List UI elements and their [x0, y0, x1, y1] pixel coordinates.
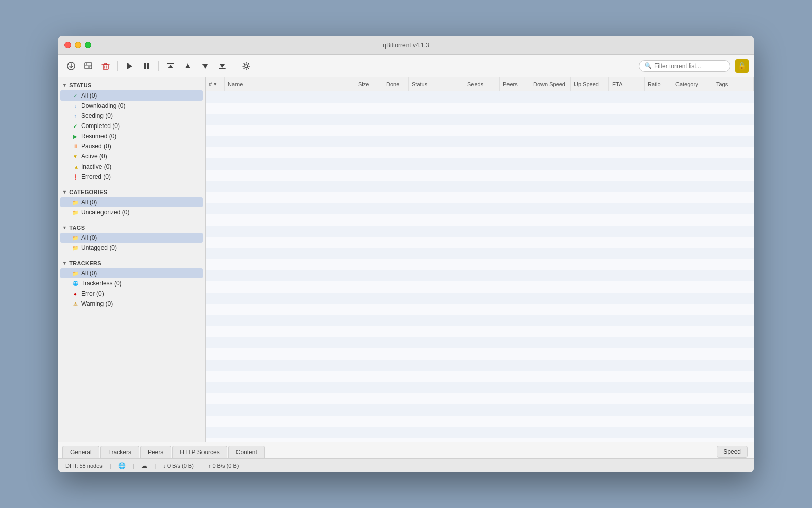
- sidebar-item-active[interactable]: ▼ Active (0): [60, 151, 203, 162]
- trackers-section-header[interactable]: ▼ TRACKERS: [58, 257, 205, 268]
- inactive-label: Inactive (0): [81, 163, 111, 170]
- sidebar-item-all-categories[interactable]: 📁 All (0): [60, 197, 203, 207]
- col-header-down-speed[interactable]: Down Speed: [530, 77, 571, 91]
- move-bottom-icon: [218, 61, 227, 71]
- torrent-row[interactable]: [206, 125, 754, 136]
- col-header-num[interactable]: # ▼: [206, 77, 225, 91]
- col-header-status[interactable]: Status: [409, 77, 464, 91]
- pause-button[interactable]: [139, 58, 154, 74]
- tags-section-header[interactable]: ▼ TAGS: [58, 221, 205, 233]
- torrent-row[interactable]: [206, 192, 754, 203]
- torrent-row[interactable]: [206, 438, 754, 442]
- seeding-icon: ↑: [72, 112, 79, 119]
- status-section-header[interactable]: ▼ STATUS: [58, 79, 205, 90]
- lock-icon[interactable]: 🔒: [735, 59, 749, 73]
- torrent-row[interactable]: [206, 304, 754, 315]
- torrent-row[interactable]: [206, 337, 754, 348]
- torrent-row[interactable]: [206, 181, 754, 192]
- col-header-ratio[interactable]: Ratio: [645, 77, 672, 91]
- add-torrent-button[interactable]: [63, 58, 79, 74]
- torrent-row[interactable]: [206, 348, 754, 360]
- col-header-size[interactable]: Size: [355, 77, 383, 91]
- torrent-row[interactable]: [206, 382, 754, 393]
- torrent-row[interactable]: [206, 371, 754, 382]
- resumed-icon: ▶: [72, 133, 79, 140]
- col-header-peers[interactable]: Peers: [500, 77, 530, 91]
- torrent-row[interactable]: [206, 416, 754, 427]
- sidebar-item-all-status[interactable]: ✓ All (0): [60, 90, 203, 101]
- col-header-category[interactable]: Category: [672, 77, 713, 91]
- filter-input[interactable]: [654, 62, 725, 70]
- add-link-button[interactable]: [81, 58, 96, 74]
- move-bottom-button[interactable]: [215, 58, 230, 74]
- torrent-row[interactable]: [206, 259, 754, 270]
- move-top-button[interactable]: [163, 58, 178, 74]
- col-header-done[interactable]: Done: [383, 77, 409, 91]
- tab-content[interactable]: Content: [228, 446, 265, 458]
- torrent-row[interactable]: [206, 315, 754, 326]
- torrent-row[interactable]: [206, 203, 754, 214]
- bottom-panel: General Trackers Peers HTTP Sources Cont…: [58, 442, 754, 458]
- all-status-label: All (0): [81, 92, 97, 99]
- torrent-row[interactable]: [206, 114, 754, 125]
- torrent-row[interactable]: [206, 158, 754, 170]
- svg-rect-2: [103, 65, 108, 69]
- torrent-row[interactable]: [206, 326, 754, 337]
- move-up-button[interactable]: [180, 58, 195, 74]
- close-button[interactable]: [64, 42, 71, 48]
- torrent-row[interactable]: [206, 281, 754, 293]
- tab-general[interactable]: General: [62, 446, 99, 458]
- minimize-button[interactable]: [75, 42, 81, 48]
- sidebar-item-errored[interactable]: ❗ Errored (0): [60, 172, 203, 182]
- torrent-row[interactable]: [206, 103, 754, 114]
- maximize-button[interactable]: [85, 42, 91, 48]
- pause-icon: [142, 61, 151, 71]
- torrent-row[interactable]: [206, 404, 754, 416]
- sidebar-item-completed[interactable]: ✔ Completed (0): [60, 121, 203, 131]
- torrent-row[interactable]: [206, 214, 754, 226]
- torrent-row[interactable]: [206, 170, 754, 181]
- sidebar-item-all-tags[interactable]: 📁 All (0): [60, 233, 203, 243]
- tab-peers[interactable]: Peers: [140, 446, 171, 458]
- sidebar-item-paused[interactable]: ⏸ Paused (0): [60, 141, 203, 151]
- preferences-button[interactable]: [239, 58, 254, 74]
- inactive-icon: ▼: [72, 163, 79, 170]
- torrent-row[interactable]: [206, 91, 754, 103]
- torrent-row[interactable]: [206, 393, 754, 404]
- col-header-seeds[interactable]: Seeds: [464, 77, 500, 91]
- col-header-up-speed[interactable]: Up Speed: [571, 77, 609, 91]
- torrent-row[interactable]: [206, 360, 754, 371]
- categories-section-header[interactable]: ▼ CATEGORIES: [58, 186, 205, 197]
- col-header-tags[interactable]: Tags: [713, 77, 754, 91]
- delete-button[interactable]: [98, 58, 113, 74]
- torrent-row[interactable]: [206, 270, 754, 281]
- torrent-row[interactable]: [206, 237, 754, 248]
- sidebar-item-error-tracker[interactable]: ● Error (0): [60, 289, 203, 299]
- torrent-row[interactable]: [206, 226, 754, 237]
- tab-http-sources[interactable]: HTTP Sources: [172, 446, 227, 458]
- torrent-row[interactable]: [206, 147, 754, 158]
- torrent-row[interactable]: [206, 427, 754, 438]
- move-down-button[interactable]: [197, 58, 213, 74]
- resume-button[interactable]: [122, 58, 137, 74]
- col-header-name[interactable]: Name: [225, 77, 355, 91]
- torrent-row[interactable]: [206, 248, 754, 259]
- tab-trackers[interactable]: Trackers: [100, 446, 139, 458]
- torrent-list[interactable]: [206, 91, 754, 442]
- sidebar-item-inactive[interactable]: ▼ Inactive (0): [60, 162, 203, 172]
- resumed-label: Resumed (0): [81, 133, 116, 140]
- sidebar-item-untagged[interactable]: 📁 Untagged (0): [60, 243, 203, 253]
- sidebar-item-uncategorized[interactable]: 📁 Uncategorized (0): [60, 207, 203, 217]
- sidebar-item-downloading[interactable]: ↓ Downloading (0): [60, 101, 203, 111]
- dht-icon: 🌐: [118, 462, 126, 469]
- torrent-row[interactable]: [206, 136, 754, 147]
- filter-input-wrap: 🔍: [639, 60, 730, 72]
- col-header-eta[interactable]: ETA: [609, 77, 645, 91]
- torrent-row[interactable]: [206, 293, 754, 304]
- speed-button[interactable]: Speed: [717, 446, 748, 458]
- sidebar-item-seeding[interactable]: ↑ Seeding (0): [60, 111, 203, 121]
- sidebar-item-trackerless[interactable]: 🌐 Trackerless (0): [60, 278, 203, 289]
- sidebar-item-warning-tracker[interactable]: ⚠ Warning (0): [60, 299, 203, 309]
- sidebar-item-all-trackers[interactable]: 📁 All (0): [60, 268, 203, 278]
- sidebar-item-resumed[interactable]: ▶ Resumed (0): [60, 131, 203, 141]
